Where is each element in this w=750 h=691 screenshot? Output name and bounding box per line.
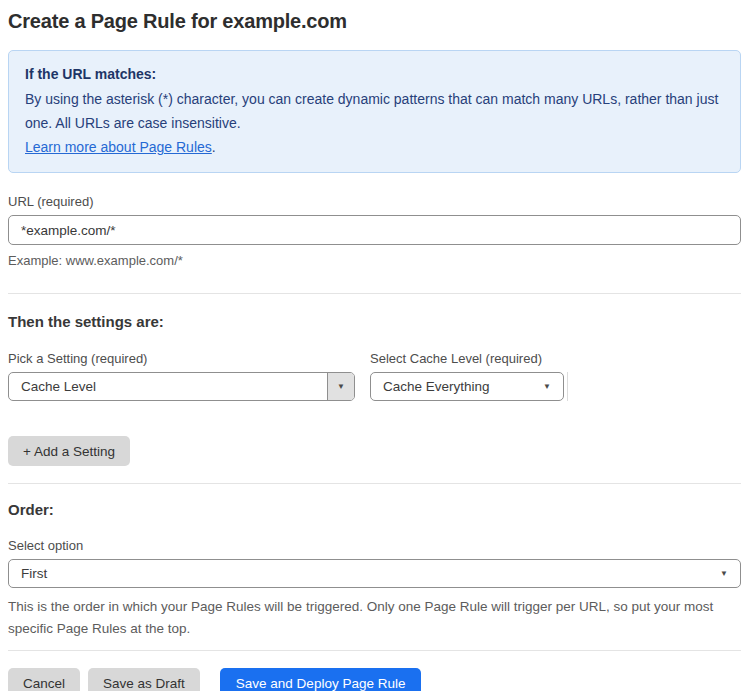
cache-level-value: Cache Everything bbox=[371, 373, 543, 400]
setting-picker-label: Pick a Setting (required) bbox=[8, 351, 355, 366]
order-help-text: This is the order in which your Page Rul… bbox=[8, 596, 728, 640]
link-period: . bbox=[212, 139, 216, 155]
url-input[interactable] bbox=[8, 215, 741, 245]
chevron-down-icon: ▼ bbox=[337, 383, 345, 391]
section-divider bbox=[8, 650, 741, 651]
url-example-text: Example: www.example.com/* bbox=[8, 253, 741, 268]
url-match-info-box: If the URL matches: By using the asteris… bbox=[8, 50, 741, 173]
chevron-down-icon: ▼ bbox=[720, 570, 728, 578]
info-box-body-text: By using the asterisk (*) character, you… bbox=[25, 91, 718, 131]
setting-picker-column: Pick a Setting (required) Cache Level ▼ bbox=[8, 351, 355, 401]
setting-picker-dropdown[interactable]: Cache Level ▼ bbox=[8, 372, 355, 401]
cancel-button[interactable]: Cancel bbox=[8, 668, 80, 691]
info-box-body: By using the asterisk (*) character, you… bbox=[25, 87, 724, 159]
info-box-heading: If the URL matches: bbox=[25, 62, 724, 86]
create-page-rule-panel: Create a Page Rule for example.com If th… bbox=[0, 0, 750, 691]
cache-level-caret-wrap: ▼ bbox=[543, 373, 563, 400]
add-setting-button[interactable]: + Add a Setting bbox=[8, 436, 130, 466]
form-actions-row: Cancel Save as Draft Save and Deploy Pag… bbox=[8, 668, 741, 691]
order-caret-wrap: ▼ bbox=[720, 560, 740, 587]
cache-level-dropdown[interactable]: Cache Everything ▼ bbox=[370, 372, 564, 401]
section-divider bbox=[8, 293, 741, 294]
settings-pickers-row: Pick a Setting (required) Cache Level ▼ … bbox=[8, 351, 741, 401]
setting-picker-arrow-button[interactable]: ▼ bbox=[327, 373, 354, 400]
settings-section-heading: Then the settings are: bbox=[8, 313, 741, 330]
order-select-label: Select option bbox=[8, 538, 741, 553]
order-selected-value: First bbox=[9, 560, 720, 587]
save-and-deploy-button[interactable]: Save and Deploy Page Rule bbox=[220, 668, 422, 691]
cache-level-picker-column: Select Cache Level (required) Cache Ever… bbox=[370, 351, 568, 401]
url-field-label: URL (required) bbox=[8, 194, 741, 209]
cache-level-picker-wrap: Cache Everything ▼ bbox=[370, 372, 568, 401]
order-section-heading: Order: bbox=[8, 501, 741, 518]
column-edge-divider bbox=[567, 372, 568, 401]
cache-level-picker-label: Select Cache Level (required) bbox=[370, 351, 568, 366]
save-as-draft-button[interactable]: Save as Draft bbox=[88, 668, 200, 691]
order-dropdown[interactable]: First ▼ bbox=[8, 559, 741, 588]
setting-picker-value: Cache Level bbox=[9, 373, 327, 400]
page-title: Create a Page Rule for example.com bbox=[8, 10, 741, 33]
section-divider bbox=[8, 483, 741, 484]
learn-more-link[interactable]: Learn more about Page Rules bbox=[25, 139, 212, 155]
chevron-down-icon: ▼ bbox=[543, 383, 551, 391]
